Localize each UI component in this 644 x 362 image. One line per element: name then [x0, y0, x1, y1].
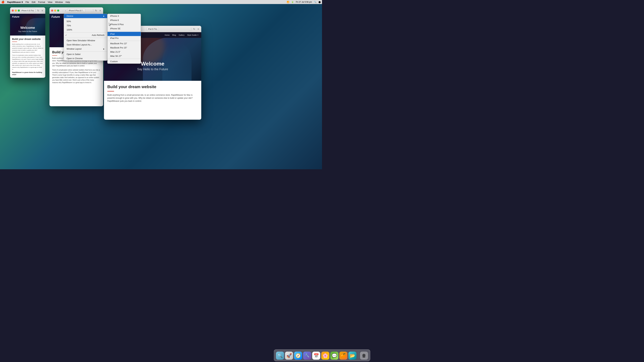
- submenu-iphone-8[interactable]: iPhone 8: [108, 18, 141, 22]
- nav-styleguide[interactable]: Style Guide ▼: [187, 34, 198, 36]
- body-p2-1: Tired of complicated online website buil…: [12, 54, 43, 70]
- menu-icon-1[interactable]: ≡: [41, 9, 44, 12]
- nav-arrows-2: ‹ ›: [62, 9, 66, 12]
- titlebar-2: ‹ › iPhone 8 Plus (0.7... ⬜ ↻ ≡: [50, 7, 103, 14]
- window-1-content: Future Welcome Say Hello to the Future B…: [10, 14, 45, 78]
- dropdown-submenu-device: iPhone X iPhone 8 iPhone 8 Plus iPhone S…: [107, 14, 141, 64]
- submenu-ipad-pro[interactable]: iPad Pro: [108, 36, 141, 40]
- body-heading-3: Build your dream website: [107, 84, 198, 89]
- hero-subtitle-1: Say Hello to the Future: [12, 30, 44, 32]
- hero-text-1: Welcome Say Hello to the Future: [12, 26, 44, 32]
- traffic-lights-2: [51, 9, 59, 11]
- menu-format[interactable]: Format: [38, 1, 45, 3]
- hero-title-1: Welcome: [12, 26, 44, 30]
- desktop: ‹ › iPhone X (0.75x) ⬜ ↻ ≡ Future: [0, 4, 322, 169]
- menu-icon-3[interactable]: ≡: [197, 28, 200, 30]
- dropdown-window-layout[interactable]: Window Layout: [64, 47, 107, 51]
- app-name[interactable]: RapidWeaver 8: [7, 1, 23, 3]
- forward-arrow-2[interactable]: ›: [64, 9, 66, 12]
- submenu-imac-5k[interactable]: iMac 5K 27": [108, 54, 141, 58]
- back-arrow-2[interactable]: ‹: [62, 9, 64, 12]
- quote-1: RapidWeaver's a great choice for buildin…: [12, 71, 43, 76]
- dropdown-open-simulator[interactable]: Open New Simulator Window: [64, 38, 107, 42]
- body-p1-3: Build anything from a small personal sit…: [107, 93, 198, 103]
- minimize-button-1[interactable]: [15, 9, 17, 11]
- dropdown-open-safari[interactable]: Open in Safari: [64, 52, 107, 56]
- hero-subtitle-3: Say Hello to the Future: [109, 67, 196, 71]
- submenu-imac-215[interactable]: iMac 21.5": [108, 50, 141, 54]
- menubar-left: 🍎 RapidWeaver 8 File Edit Format View Wi…: [1, 0, 70, 3]
- titlebar-icons-3: ⬜ ↻ ≡: [189, 28, 200, 30]
- logo-1: Future: [12, 15, 20, 18]
- body-p2-2: Tired of complicated online website buil…: [52, 69, 100, 84]
- device-selector-1[interactable]: iPhone X (0.75x): [20, 9, 36, 12]
- apple-menu[interactable]: 🍎: [1, 0, 4, 3]
- maximize-button-1[interactable]: [18, 9, 20, 11]
- close-button-1[interactable]: [12, 9, 14, 11]
- submenu-iphone-se[interactable]: iPhone SE: [108, 26, 141, 31]
- body-3: Build your dream website Build anything …: [104, 81, 201, 108]
- menubar-right: 📶 🔋 Fri 27 Jul 5:56 pm 🔍 ⬤: [287, 1, 321, 3]
- share-icon-2[interactable]: ⬜: [91, 9, 94, 12]
- menu-edit[interactable]: Edit: [32, 1, 36, 3]
- menubar: 🍎 RapidWeaver 8 File Edit Format View Wi…: [0, 0, 322, 4]
- dropdown-open-chrome[interactable]: Open in Chrome: [64, 56, 107, 60]
- titlebar-center-3: iPad (0.75x): [146, 27, 159, 31]
- minimize-button-2[interactable]: [54, 9, 56, 11]
- body-1: Build your dream website Build anything …: [10, 35, 45, 78]
- device-selector-3[interactable]: iPad (0.75x): [146, 27, 159, 31]
- dropdown-autorefresh[interactable]: Auto Refresh: [64, 33, 107, 37]
- search-icon[interactable]: 🔍: [314, 1, 316, 3]
- ipad-nav-links: Home Blog Gallery Style Guide ▼: [165, 34, 198, 36]
- maximize-button-2[interactable]: [57, 9, 59, 11]
- dropdown-50pct[interactable]: 50%: [64, 19, 107, 23]
- browser-window-1: ‹ › iPhone X (0.75x) ⬜ ↻ ≡ Future: [10, 7, 45, 78]
- menu-view[interactable]: View: [48, 1, 52, 3]
- siri-icon[interactable]: ⬤: [318, 1, 321, 3]
- menu-file[interactable]: File: [26, 1, 29, 3]
- body-heading-1: Build your dream website: [12, 37, 43, 40]
- datetime: Fri 27 Jul 5:56 pm: [296, 1, 312, 3]
- nav-home[interactable]: Home: [165, 34, 170, 36]
- dropdown-device[interactable]: Device: [64, 14, 107, 18]
- menu-icon-2[interactable]: ≡: [99, 9, 102, 12]
- submenu-iphone-8-plus[interactable]: iPhone 8 Plus: [108, 22, 141, 26]
- close-button-2[interactable]: [51, 9, 53, 11]
- dropdown-main: Device 50% 75% 100% Auto Refresh Open Ne…: [64, 14, 107, 61]
- dropdown-75pct[interactable]: 75%: [64, 23, 107, 28]
- titlebar-center-2: iPhone 8 Plus (0.7...: [67, 9, 85, 12]
- sep-percent: [64, 18, 107, 19]
- submenu-macbook-15[interactable]: MacBook Pro 15": [108, 45, 141, 50]
- logo-2: Future: [52, 15, 60, 18]
- dropdown-container: Device 50% 75% 100% Auto Refresh Open Ne…: [64, 14, 107, 61]
- refresh-icon-3[interactable]: ↻: [193, 28, 196, 30]
- body-p1-1: Build anything from a small personal sit…: [12, 43, 43, 53]
- wifi-icon: 📶: [287, 1, 289, 3]
- sep-autorefresh: [64, 32, 107, 32]
- dropdown-100pct[interactable]: 100%: [64, 28, 107, 32]
- nav-gallery[interactable]: Gallery: [178, 34, 184, 36]
- nav-blog[interactable]: Blog: [172, 34, 176, 36]
- titlebar-center-1: iPhone X (0.75x): [20, 9, 36, 12]
- refresh-icon-2[interactable]: ↻: [95, 9, 98, 12]
- menu-window[interactable]: Window: [55, 1, 63, 3]
- menu-help[interactable]: Help: [66, 1, 70, 3]
- submenu-ipad[interactable]: iPad: [108, 32, 141, 36]
- divider-1: [12, 41, 17, 42]
- submenu-sep-mac: [108, 41, 141, 41]
- sep-simulator: [64, 38, 107, 38]
- share-icon-3[interactable]: ⬜: [189, 28, 192, 30]
- hero-1: Future Welcome Say Hello to the Future: [10, 14, 45, 35]
- refresh-icon-1[interactable]: ↻: [37, 9, 40, 12]
- titlebar-1: ‹ › iPhone X (0.75x) ⬜ ↻ ≡: [10, 7, 45, 14]
- divider-2: [52, 55, 57, 56]
- titlebar-icons-2: ⬜ ↻ ≡: [91, 9, 102, 12]
- submenu-custom[interactable]: Custom: [108, 59, 141, 63]
- submenu-iphone-x[interactable]: iPhone X: [108, 14, 141, 18]
- device-selector-2[interactable]: iPhone 8 Plus (0.7...: [67, 9, 85, 12]
- traffic-lights-1: [12, 9, 20, 11]
- battery-icon: 🔋: [291, 1, 294, 3]
- dropdown-save-window[interactable]: Save Window Layout As...: [64, 42, 107, 47]
- submenu-macbook-13[interactable]: MacBook Pro 13": [108, 41, 141, 45]
- sep-browser: [64, 51, 107, 52]
